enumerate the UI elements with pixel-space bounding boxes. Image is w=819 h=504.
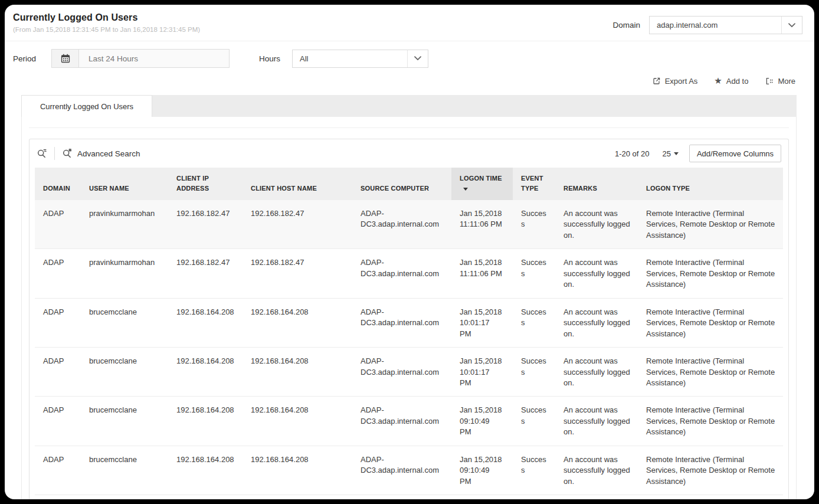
table-row[interactable]: ADAPpravinkumarmohan192.168.182.47192.16… [35, 200, 783, 249]
add-to-label: Add to [726, 77, 749, 86]
column-label: LOGON TIME [460, 175, 502, 182]
table-cell: An account was successfully logged on. [555, 446, 638, 495]
table-cell: 192.168.182.47 [168, 200, 243, 249]
advanced-search-button[interactable] [62, 148, 73, 159]
table-cell: Remote Interactive (Terminal Services, R… [638, 298, 783, 347]
chevron-down-icon [407, 50, 428, 67]
table-cell: Remote Interactive (Terminal Services, R… [638, 397, 783, 446]
hours-select[interactable]: All [292, 50, 428, 68]
column-header-remarks[interactable]: REMARKS [555, 168, 638, 200]
table-cell: 192.168.164.208 [168, 298, 243, 347]
table-cell: Jan 15,2018 11:11:06 PM [451, 200, 513, 249]
column-label: DOMAIN [43, 185, 70, 192]
table-cell: ADAP [35, 397, 81, 446]
page-header: Currently Logged On Users (From Jan 15,2… [5, 5, 814, 41]
search-columns-icon [37, 148, 47, 159]
export-icon [652, 77, 661, 86]
column-label: CLIENT IP ADDRESS [176, 175, 209, 192]
export-as-button[interactable]: Export As [652, 77, 698, 86]
table-cell: brucemcclane [81, 348, 168, 397]
column-label: USER NAME [89, 185, 129, 192]
sort-desc-icon [463, 188, 468, 191]
table-cell: Success [513, 446, 555, 495]
column-label: REMARKS [564, 185, 597, 192]
table-cell: 192.168.164.208 [168, 446, 243, 495]
table-cell: brucemcclane [81, 397, 168, 446]
table-row[interactable]: ADAPbrucemcclane192.168.164.208192.168.1… [35, 397, 783, 446]
page-size-select[interactable]: 25 [662, 149, 678, 158]
tab-label: Currently Logged On Users [40, 102, 133, 111]
table-row[interactable]: ADAPbrucemcclane192.168.164.208192.168.1… [35, 446, 783, 495]
table-cell: ADAP-DC3.adap.internal.com [352, 446, 451, 495]
table-cell: Success [513, 249, 555, 298]
more-button[interactable]: More [765, 77, 795, 86]
more-icon [765, 77, 774, 86]
table-cell: Remote Interactive (Terminal Services, R… [638, 446, 783, 495]
table-cell: brucemcclane [81, 446, 168, 495]
table-cell: ADAP-DC3.adap.internal.com [352, 348, 451, 397]
logged-on-users-table: DOMAINUSER NAMECLIENT IP ADDRESSCLIENT H… [35, 168, 783, 495]
add-to-button[interactable]: ★ Add to [714, 77, 748, 86]
report-date-range: (From Jan 15,2018 12:31:45 PM to Jan 16,… [13, 26, 200, 33]
table-cell: pravinkumarmohan [81, 249, 168, 298]
column-label: EVENT TYPE [521, 175, 543, 192]
column-label: LOGON TYPE [646, 185, 690, 192]
table-cell: ADAP-DC3.adap.internal.com [352, 200, 451, 249]
table-cell: An account was successfully logged on. [555, 348, 638, 397]
column-header-event-type[interactable]: EVENT TYPE [513, 168, 555, 200]
table-cell: An account was successfully logged on. [555, 397, 638, 446]
pagination-range: 1-20 of 20 [615, 149, 650, 158]
column-label: SOURCE COMPUTER [361, 185, 429, 192]
table-cell: An account was successfully logged on. [555, 298, 638, 347]
domain-label: Domain [612, 21, 640, 30]
table-cell: Jan 15,2018 10:01:17 PM [451, 348, 513, 397]
page-size-value: 25 [662, 149, 670, 158]
column-header-client-ip-address[interactable]: CLIENT IP ADDRESS [168, 168, 243, 200]
column-search-button[interactable] [37, 148, 47, 159]
table-row[interactable]: ADAPpravinkumarmohan192.168.182.47192.16… [35, 249, 783, 298]
table-cell: Jan 15,2018 11:11:06 PM [451, 249, 513, 298]
table-cell: ADAP [35, 298, 81, 347]
column-header-domain[interactable]: DOMAIN [35, 168, 81, 200]
column-header-user-name[interactable]: USER NAME [81, 168, 168, 200]
table-cell: 192.168.164.208 [168, 397, 243, 446]
table-cell: ADAP [35, 200, 81, 249]
table-cell: Remote Interactive (Terminal Services, R… [638, 200, 783, 249]
add-remove-columns-button[interactable]: Add/Remove Columns [689, 145, 781, 162]
table-row[interactable]: ADAPbrucemcclane192.168.164.208192.168.1… [35, 298, 783, 347]
tab-currently-logged-on-users[interactable]: Currently Logged On Users [21, 95, 152, 117]
table-cell: 192.168.182.47 [243, 249, 352, 298]
page-title: Currently Logged On Users [13, 12, 200, 23]
table-cell: ADAP [35, 249, 81, 298]
domain-select-value: adap.internal.com [650, 17, 781, 34]
table-cell: 192.168.164.208 [243, 348, 352, 397]
table-cell: Success [513, 397, 555, 446]
filters-row: Period Last 24 Hours Hours All [5, 41, 814, 68]
table-cell: 192.168.164.208 [243, 397, 352, 446]
domain-select[interactable]: adap.internal.com [649, 16, 802, 34]
star-icon: ★ [714, 77, 722, 86]
domain-selector: Domain adap.internal.com [612, 16, 802, 34]
period-picker[interactable]: Last 24 Hours [51, 49, 230, 68]
screenshot-frame: Currently Logged On Users (From Jan 15,2… [0, 0, 819, 504]
table-cell: ADAP [35, 446, 81, 495]
table-cell: Jan 15,2018 09:10:49 PM [451, 397, 513, 446]
table-cell: An account was successfully logged on. [555, 200, 638, 249]
table-cell: ADAP-DC3.adap.internal.com [352, 249, 451, 298]
column-label: CLIENT HOST NAME [251, 185, 317, 192]
advanced-search-icon [62, 148, 73, 159]
advanced-search-label[interactable]: Advanced Search [77, 149, 140, 158]
chevron-down-icon [781, 17, 802, 34]
report-panel: Advanced Search 1-20 of 20 25 Add/Remove… [29, 139, 789, 499]
column-header-source-computer[interactable]: SOURCE COMPUTER [352, 168, 451, 200]
table-cell: ADAP [35, 348, 81, 397]
table-cell: ADAP-DC3.adap.internal.com [352, 298, 451, 347]
hours-select-value: All [293, 50, 407, 67]
period-label: Period [13, 54, 36, 63]
column-header-logon-time[interactable]: LOGON TIME [451, 168, 513, 200]
period-value: Last 24 Hours [79, 50, 138, 67]
table-row[interactable]: ADAPbrucemcclane192.168.164.208192.168.1… [35, 348, 783, 397]
column-header-client-host-name[interactable]: CLIENT HOST NAME [243, 168, 352, 200]
column-header-logon-type[interactable]: LOGON TYPE [638, 168, 783, 200]
table-cell: 192.168.182.47 [243, 200, 352, 249]
